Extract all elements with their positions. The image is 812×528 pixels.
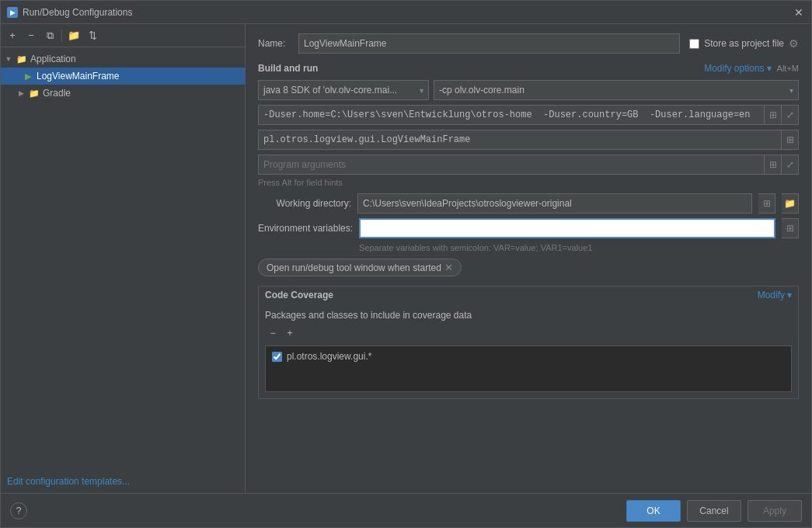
modify-options-shortcut: Alt+M [777,64,799,73]
working-dir-input[interactable] [357,193,752,214]
left-panel: + − ⧉ 📁 ⇅ ▼ 📁 Application ▶ LogViewMainF… [1,24,246,493]
modify-options-chevron: ▾ [767,63,772,74]
field-hint: Press Alt for field hints [258,178,799,187]
open-run-tag-close-icon[interactable]: ✕ [444,262,453,273]
env-vars-row: Environment variables: ⊞ [258,218,799,238]
coverage-list: pl.otros.logview.gui.* [265,346,792,392]
folder-button[interactable]: 📁 [65,27,82,44]
close-button[interactable]: ✕ [793,6,805,19]
prog-args-fullscreen-icon[interactable]: ⤢ [782,155,799,175]
vm-options-input[interactable] [258,105,765,125]
build-run-title: Build and run [258,63,318,74]
coverage-modify-chevron: ▾ [787,290,792,300]
run-config-icon: ▶ [23,71,33,82]
packages-label: Packages and classes to include in cover… [265,310,792,321]
cancel-button[interactable]: Cancel [687,500,741,522]
copy-config-button[interactable]: ⧉ [41,27,58,44]
cp-select[interactable]: -cp olv.olv-core.main ▾ [434,80,799,100]
env-hint: Separate variables with semicolon: VAR=v… [359,243,799,252]
vm-expand-icon[interactable]: ⊞ [765,105,782,125]
working-dir-browse-icon[interactable]: 📁 [782,193,799,214]
open-run-tag-container: Open run/debug tool window when started … [258,259,799,286]
config-tree: ▼ 📁 Application ▶ LogViewMainFrame ▶ 📁 G… [1,47,245,470]
tree-gradle-group[interactable]: ▶ 📁 Gradle [1,85,245,102]
open-run-tag-label: Open run/debug tool window when started [267,262,441,273]
env-vars-label: Environment variables: [258,223,353,234]
toolbar-separator [61,30,62,42]
store-project-row: Store as project file ⚙ [689,37,799,50]
coverage-add-button[interactable]: + [282,325,298,341]
prog-args-expand-icon[interactable]: ⊞ [765,155,782,175]
main-content: + − ⧉ 📁 ⇅ ▼ 📁 Application ▶ LogViewMainF… [1,24,811,493]
main-class-input[interactable] [258,130,782,150]
coverage-remove-button[interactable]: − [265,325,281,341]
name-label: Name: [258,38,289,49]
bottom-buttons: OK Cancel Apply [626,500,802,522]
coverage-modify-label: Modify [758,290,785,300]
program-args-row: ⊞ ⤢ [258,155,799,175]
code-coverage-header: Code Coverage Modify ▾ [259,287,798,304]
tree-logview-item[interactable]: ▶ LogViewMainFrame [1,68,245,85]
working-dir-row: Working directory: ⊞ 📁 [258,193,799,214]
coverage-item-label: pl.otros.logview.gui.* [287,351,371,362]
coverage-item-checkbox[interactable] [272,352,282,362]
cp-value: -cp olv.olv-core.main [439,85,524,96]
working-dir-expand-icon[interactable]: ⊞ [758,193,775,214]
sdk-row: java 8 SDK of 'olv.olv-core.mai... ▾ -cp… [258,80,799,100]
title-bar: ▶ Run/Debug Configurations ✕ [1,1,811,24]
program-args-input[interactable] [258,155,765,175]
sdk-select[interactable]: java 8 SDK of 'olv.olv-core.mai... ▾ [258,80,429,100]
right-panel: Name: Store as project file ⚙ Build and … [246,24,811,493]
tree-arrow-application: ▼ [4,54,13,64]
working-dir-label: Working directory: [258,198,351,209]
gradle-group-label: Gradle [43,88,71,99]
coverage-toolbar: − + [265,325,792,341]
sdk-value: java 8 SDK of 'olv.olv-core.mai... [263,85,397,96]
cp-arrow-icon: ▾ [789,86,793,95]
main-class-row: ⊞ [258,130,799,150]
help-button[interactable]: ? [10,502,27,519]
modify-options-button[interactable]: Modify options ▾ Alt+M [704,63,799,74]
main-class-expand-icon[interactable]: ⊞ [782,130,799,150]
code-coverage-section: Code Coverage Modify ▾ Packages and clas… [258,286,799,399]
coverage-body: Packages and classes to include in cover… [259,304,798,398]
dialog-icon: ▶ [7,7,18,18]
open-run-tag[interactable]: Open run/debug tool window when started … [258,259,462,276]
ok-button[interactable]: OK [626,500,681,522]
title-bar-left: ▶ Run/Debug Configurations [7,7,132,18]
store-gear-icon[interactable]: ⚙ [789,37,799,50]
coverage-modify-button[interactable]: Modify ▾ [758,290,792,300]
vm-fullscreen-icon[interactable]: ⤢ [782,105,799,125]
bottom-bar: ? OK Cancel Apply [1,493,811,527]
dialog-title: Run/Debug Configurations [23,7,132,18]
tree-application-group[interactable]: ▼ 📁 Application [1,50,245,68]
store-project-checkbox[interactable] [689,39,699,49]
sdk-arrow-icon: ▾ [420,86,423,95]
vm-options-row: ⊞ ⤢ [258,105,799,125]
store-project-label: Store as project file [704,38,784,49]
env-vars-input[interactable] [359,218,775,238]
left-toolbar: + − ⧉ 📁 ⇅ [1,24,245,47]
edit-config-templates-link[interactable]: Edit configuration templates... [1,470,245,493]
env-vars-expand-icon[interactable]: ⊞ [782,218,799,238]
build-run-header: Build and run Modify options ▾ Alt+M [258,63,799,74]
sort-button[interactable]: ⇅ [84,27,101,44]
gradle-group-icon: 📁 [29,88,40,99]
name-input[interactable] [298,33,680,54]
application-group-label: Application [30,54,76,64]
add-config-button[interactable]: + [4,27,21,44]
coverage-list-item: pl.otros.logview.gui.* [269,349,788,363]
modify-options-label: Modify options [704,63,764,74]
name-row: Name: Store as project file ⚙ [258,33,799,54]
apply-button[interactable]: Apply [748,500,802,522]
run-debug-dialog: ▶ Run/Debug Configurations ✕ + − ⧉ 📁 ⇅ ▼… [0,0,812,528]
remove-config-button[interactable]: − [23,27,40,44]
logview-item-label: LogViewMainFrame [37,71,120,82]
code-coverage-title: Code Coverage [265,290,333,300]
tree-arrow-gradle: ▶ [16,89,26,98]
application-group-icon: 📁 [16,54,27,64]
